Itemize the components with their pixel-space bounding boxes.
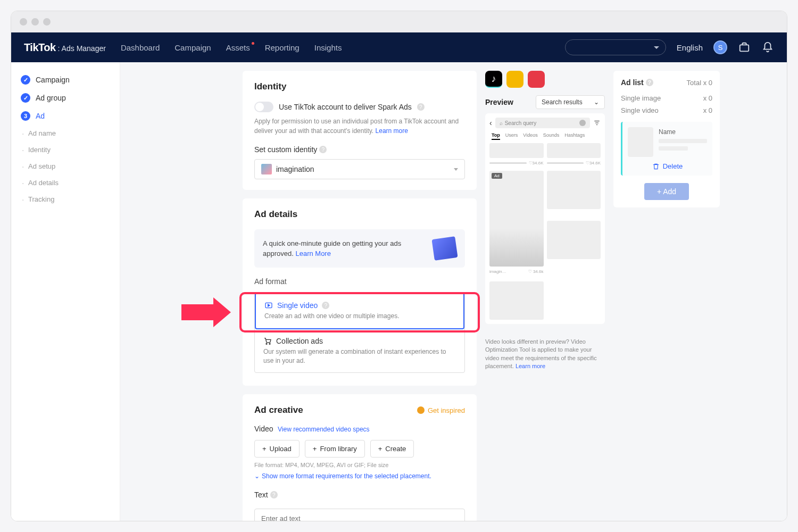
- preview-title: Preview: [485, 98, 513, 106]
- lightbulb-icon: [417, 406, 425, 414]
- delete-link[interactable]: Delete: [628, 162, 707, 170]
- tab-sounds[interactable]: Sounds: [543, 132, 560, 140]
- step-adgroup[interactable]: ✓ Ad group: [11, 89, 120, 107]
- heart-icon: ♡: [529, 161, 533, 165]
- format-head-collection: Collection ads: [263, 337, 456, 345]
- preview-note: Video looks different in preview? Video …: [485, 338, 605, 371]
- briefcase-icon[interactable]: [738, 41, 751, 54]
- show-more-text: Show more format requirements for the se…: [262, 472, 431, 480]
- substep-adname[interactable]: Ad name: [11, 125, 120, 142]
- help-icon[interactable]: ?: [270, 491, 278, 498]
- format-collection-name: Collection ads: [276, 337, 323, 345]
- heart-icon: ♡: [586, 161, 589, 165]
- upload-buttons: +Upload +From library +Create: [254, 440, 465, 458]
- identity-value: imagination: [276, 165, 314, 173]
- spark-toggle[interactable]: [254, 102, 273, 112]
- callout-illustration: [431, 236, 458, 261]
- tab-videos[interactable]: Videos: [523, 132, 537, 140]
- create-label: Create: [385, 445, 406, 453]
- details-title: Ad details: [254, 209, 465, 220]
- upload-button[interactable]: +Upload: [254, 440, 300, 458]
- spark-toggle-row: Use TikTok account to deliver Spark Ads …: [254, 102, 465, 112]
- callout-arrow-icon: [179, 296, 232, 328]
- callout-link[interactable]: Learn More: [295, 250, 330, 257]
- create-button[interactable]: +Create: [370, 440, 414, 458]
- identity-help-text: Apply for permission to use an individua…: [254, 118, 459, 135]
- plus-icon: +: [262, 445, 267, 453]
- window-min-dot[interactable]: [31, 18, 39, 26]
- tab-top[interactable]: Top: [492, 132, 500, 140]
- substep-identity[interactable]: Identity: [11, 142, 120, 158]
- adlist-meta: Name: [659, 127, 707, 157]
- step-campaign[interactable]: ✓ Campaign: [11, 71, 120, 89]
- from-library-button[interactable]: +From library: [305, 440, 365, 458]
- substep-tracking[interactable]: Tracking: [11, 191, 120, 207]
- ad-badge: Ad: [492, 173, 502, 179]
- identity-title: Identity: [254, 81, 465, 92]
- help-icon[interactable]: ?: [646, 79, 653, 86]
- app-window: TikTok : Ads Manager Dashboard Campaign …: [11, 11, 787, 521]
- placeholder-line: [659, 139, 707, 143]
- tab-hashtags[interactable]: Hashtags: [564, 132, 585, 140]
- nav-assets[interactable]: Assets: [226, 43, 250, 52]
- get-inspired-link[interactable]: Get inspired: [417, 406, 465, 414]
- ad-text-input[interactable]: [254, 509, 465, 521]
- adlist-video-label: Single video: [621, 106, 659, 114]
- window-titlebar: [11, 11, 787, 32]
- text-label-row: Text ?: [254, 491, 465, 499]
- preview-select-value: Search results: [542, 98, 583, 106]
- avatar[interactable]: S: [713, 40, 727, 54]
- help-icon[interactable]: ?: [322, 302, 329, 309]
- bell-icon[interactable]: [761, 41, 774, 54]
- add-button[interactable]: + Add: [644, 183, 689, 200]
- creative-title: Ad creative: [254, 405, 303, 415]
- clear-icon[interactable]: [579, 120, 586, 126]
- identity-learn-more-link[interactable]: Learn more: [376, 127, 408, 135]
- help-icon[interactable]: ?: [417, 103, 425, 111]
- nav-insights[interactable]: Insights: [314, 43, 342, 52]
- window-close-dot[interactable]: [20, 18, 27, 26]
- nav-dashboard[interactable]: Dashboard: [121, 43, 160, 52]
- adlist-title-text: Ad list: [621, 78, 644, 87]
- show-more-link[interactable]: ⌄ Show more format requirements for the …: [254, 472, 465, 480]
- preview-learn-more-link[interactable]: Learn more: [516, 363, 545, 369]
- tiktok-app-icon[interactable]: ♪: [485, 71, 502, 88]
- window-max-dot[interactable]: [43, 18, 51, 26]
- body-area: ✓ Campaign ✓ Ad group 3 Ad Ad name Ident…: [11, 62, 787, 521]
- account-select[interactable]: [565, 39, 666, 55]
- substep-adsetup[interactable]: Ad setup: [11, 158, 120, 174]
- back-icon[interactable]: ‹: [489, 119, 492, 127]
- format-collection[interactable]: Collection ads Our system will generate …: [255, 329, 464, 373]
- language-select[interactable]: English: [677, 43, 703, 52]
- filter-icon[interactable]: [593, 119, 601, 127]
- preview-type-select[interactable]: Search results ⌄: [536, 95, 605, 109]
- mock-thumb: ♡ 34.6K: [489, 143, 544, 158]
- adlist-video-count: x 0: [703, 106, 712, 114]
- custom-identity-text: Set custom identity: [254, 145, 317, 154]
- adlist-row-image: Single image x 0: [621, 92, 712, 104]
- nav-right: English S: [565, 39, 774, 55]
- step-ad[interactable]: 3 Ad: [11, 107, 120, 125]
- nav-assets-label: Assets: [226, 43, 250, 52]
- mock-thumb: ♡ 34.6K: [547, 143, 601, 158]
- identity-select[interactable]: imagination: [254, 159, 465, 179]
- step-campaign-label: Campaign: [36, 76, 70, 84]
- mock-search-input[interactable]: ⌕ Search query: [495, 118, 590, 128]
- inspire-text: Get inspired: [428, 406, 465, 414]
- app-icon-3[interactable]: [528, 71, 545, 88]
- nav-reporting[interactable]: Reporting: [265, 43, 300, 52]
- format-head-video: Single video ?: [264, 301, 455, 310]
- chevron-down-icon: ⌄: [254, 472, 260, 480]
- format-single-video[interactable]: Single video ? Create an ad with one vid…: [255, 293, 464, 329]
- adlist-name-label: Name: [659, 128, 707, 136]
- mock-thumb: [547, 221, 601, 259]
- callout-text: A quick one-minute guide on getting your…: [263, 238, 427, 259]
- format-options: Single video ? Create an ad with one vid…: [254, 292, 465, 373]
- nav-campaign[interactable]: Campaign: [174, 43, 211, 52]
- video-specs-link[interactable]: View recommended video specs: [278, 426, 370, 433]
- tab-users[interactable]: Users: [505, 132, 518, 140]
- brand-product: : Ads Manager: [58, 44, 106, 53]
- help-icon[interactable]: ?: [319, 146, 327, 153]
- app-icon-2[interactable]: [506, 71, 523, 88]
- substep-addetails[interactable]: Ad details: [11, 174, 120, 191]
